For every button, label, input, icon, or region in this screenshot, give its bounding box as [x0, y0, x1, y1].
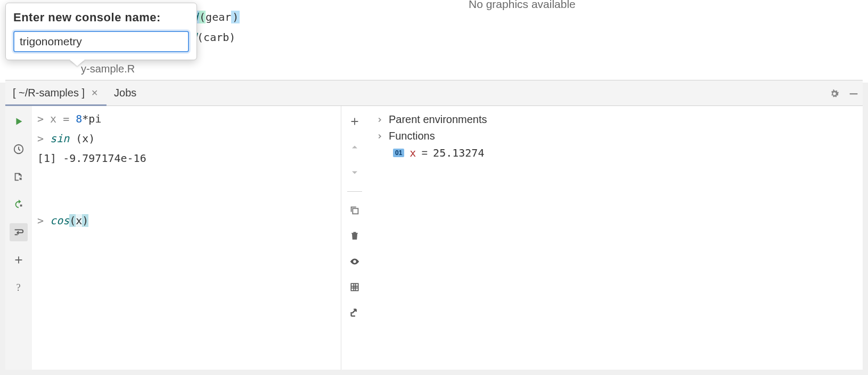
run-icon[interactable] [10, 112, 28, 131]
env-item-label: Functions [389, 130, 435, 142]
jobs-tab[interactable]: Jobs [107, 80, 144, 105]
graphics-placeholder-text: No graphics available [469, 0, 576, 11]
console-line-1: > x = 8*pi [37, 109, 335, 129]
env-toolbar [341, 106, 367, 370]
partial-code-line-1: d(gear) [191, 11, 240, 23]
gear-icon[interactable] [829, 88, 839, 99]
console-tab-label: [ ~/R-samples ] [13, 87, 85, 99]
console-left-toolbar: ? [5, 106, 32, 370]
variable-value: 25.13274 [433, 146, 484, 159]
console-pane: [ ~/R-samples ] ✕ Jobs [5, 80, 863, 370]
variable-name: x [410, 146, 416, 159]
editor-tab-label[interactable]: y-sample.R [81, 63, 135, 75]
soft-wrap-icon[interactable] [10, 223, 28, 241]
environment-panel: Parent environments Functions 01 x = 25.… [367, 106, 863, 370]
rename-console-popup: Enter new console name: [5, 3, 197, 60]
minimize-icon[interactable] [848, 88, 858, 99]
eye-icon[interactable] [346, 252, 364, 271]
scroll-down-icon[interactable] [346, 164, 364, 182]
import-icon[interactable] [346, 304, 364, 322]
table-icon[interactable] [346, 278, 364, 296]
chevron-right-icon [376, 133, 383, 140]
close-console-tab-icon[interactable]: ✕ [90, 87, 99, 99]
toolbar-divider [347, 191, 362, 192]
history-icon[interactable] [10, 140, 28, 158]
svg-rect-5 [351, 283, 358, 290]
restart-icon[interactable] [10, 195, 28, 214]
console-tab[interactable]: [ ~/R-samples ] ✕ [5, 80, 107, 105]
console-output-area[interactable]: > x = 8*pi > sin (x) [1] -9.797174e-16 >… [32, 106, 341, 370]
env-functions-item[interactable]: Functions [376, 128, 854, 144]
env-variable-row[interactable]: 01 x = 25.13274 [376, 144, 854, 161]
console-output-line: [1] -9.797174e-16 [37, 149, 335, 168]
partial-code-line-2: d(carb) [191, 31, 235, 44]
env-parent-environments-item[interactable]: Parent environments [376, 111, 854, 128]
svg-rect-0 [850, 93, 858, 94]
jobs-tab-label: Jobs [114, 87, 136, 99]
scroll-up-icon[interactable] [346, 138, 364, 156]
svg-rect-2 [20, 205, 22, 207]
variable-badge: 01 [393, 149, 404, 157]
rename-prompt-label: Enter new console name: [13, 11, 189, 25]
export-icon[interactable] [10, 168, 28, 186]
trash-icon[interactable] [346, 227, 364, 245]
console-content-wrap: ? > x = 8*pi > sin (x) [1] -9.797174e-16… [5, 106, 863, 370]
copy-icon[interactable] [346, 201, 364, 219]
add-icon[interactable] [10, 251, 28, 269]
console-current-input[interactable]: > cos(x) [37, 211, 335, 231]
rename-console-input[interactable] [13, 31, 189, 52]
chevron-right-icon [376, 116, 383, 124]
add-env-icon[interactable] [346, 112, 364, 131]
env-item-label: Parent environments [389, 113, 487, 126]
console-line-2: > sin (x) [37, 129, 335, 149]
svg-rect-4 [353, 208, 358, 214]
help-icon[interactable]: ? [10, 279, 28, 297]
svg-text:?: ? [16, 282, 20, 293]
tool-tabs: [ ~/R-samples ] ✕ Jobs [5, 80, 863, 106]
